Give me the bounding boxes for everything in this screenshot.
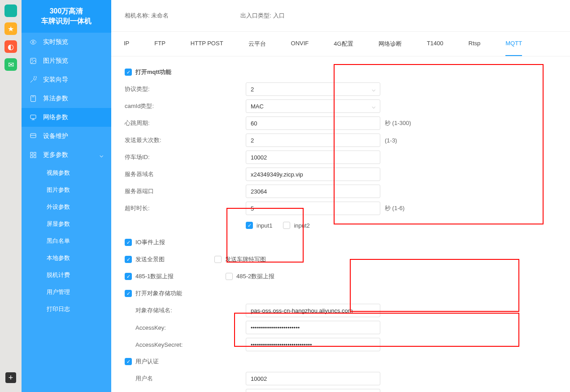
- aks-label: AccessKeySecret:: [125, 341, 246, 348]
- ak-label: AccessKey:: [125, 324, 246, 331]
- tab-云平台[interactable]: 云平台: [248, 32, 266, 56]
- nav-item-wrench[interactable]: 安装向导: [22, 70, 111, 89]
- sub-nav-item[interactable]: 图片参数: [22, 181, 111, 198]
- tab-http post[interactable]: HTTP POST: [191, 32, 223, 56]
- sidebar-title: 300万高清 车牌识别一体机: [22, 0, 111, 33]
- camid-label: camId类型:: [125, 102, 246, 110]
- nav-item-eye[interactable]: 实时预览: [22, 33, 111, 52]
- camera-name: 相机名称: 未命名: [125, 12, 169, 20]
- timeout-input[interactable]: [246, 202, 380, 215]
- tab-bar: IPFTPHTTP POST云平台ONVIF4G配置网络诊断T1400RtspM…: [111, 31, 570, 56]
- nav-label: 图片预览: [43, 57, 68, 65]
- sub-nav-item[interactable]: 脱机计费: [22, 267, 111, 284]
- io-report-checkbox[interactable]: IO事件上报: [125, 238, 165, 246]
- domain-input[interactable]: [246, 168, 380, 181]
- os-add-icon[interactable]: +: [5, 372, 16, 383]
- svg-rect-10: [30, 134, 36, 138]
- nav-label: 网络参数: [43, 113, 68, 121]
- os-icon-1[interactable]: [4, 4, 17, 17]
- svg-point-0: [32, 41, 34, 43]
- port-label: 服务器端口: [125, 187, 246, 195]
- svg-rect-14: [34, 155, 36, 158]
- nav-item-calc[interactable]: 算法参数: [22, 89, 111, 108]
- chevron-down-icon: ⌵: [372, 86, 375, 93]
- nav-label: 更多参数: [43, 151, 68, 159]
- svg-rect-15: [30, 155, 33, 158]
- auth-checkbox[interactable]: 用户认证: [125, 358, 159, 366]
- maxsend-label: 发送最大次数:: [125, 136, 246, 144]
- heartbeat-input[interactable]: [246, 116, 380, 130]
- sub-nav-item[interactable]: 外设参数: [22, 198, 111, 215]
- password-input[interactable]: [246, 389, 380, 392]
- maxsend-input[interactable]: [246, 134, 380, 147]
- sub-nav-item[interactable]: 打印日志: [22, 301, 111, 318]
- grid-icon: [30, 151, 37, 159]
- svg-rect-3: [31, 95, 36, 101]
- nav-item-image[interactable]: 图片预览: [22, 52, 111, 70]
- info-header: 相机名称: 未命名 出入口类型: 入口: [111, 0, 570, 31]
- rs485-1-checkbox[interactable]: 485-1数据上报: [125, 272, 226, 280]
- nav-label: 算法参数: [43, 95, 68, 103]
- obj-domain-label: 对象存储域名:: [125, 306, 246, 314]
- sub-nav-item[interactable]: 屏显参数: [22, 215, 111, 233]
- entry-type: 出入口类型: 入口: [240, 12, 284, 20]
- svg-rect-12: [30, 152, 33, 155]
- username-input[interactable]: [246, 372, 380, 385]
- parkid-label: 停车场ID:: [125, 153, 246, 161]
- os-icon-mail[interactable]: ✉: [4, 58, 17, 71]
- calc-icon: [30, 95, 37, 102]
- input1-checkbox[interactable]: input1: [246, 222, 272, 229]
- nav-label: 设备维护: [43, 132, 68, 140]
- obj-store-checkbox[interactable]: 打开对象存储功能: [125, 289, 182, 297]
- mqtt-form: 打开mqtt功能 协议类型: 2⌵ camId类型: MAC⌵ 心跳周期: 秒 …: [111, 56, 570, 392]
- protocol-select[interactable]: 2⌵: [246, 82, 380, 96]
- tab-ftp[interactable]: FTP: [154, 32, 165, 56]
- heartbeat-label: 心跳周期:: [125, 119, 246, 127]
- eye-icon: [30, 39, 37, 46]
- tab-onvif[interactable]: ONVIF: [291, 32, 309, 56]
- os-taskbar: ★ ◐ ✉ +: [0, 0, 22, 392]
- sidebar: 300万高清 车牌识别一体机 实时预览图片预览安装向导算法参数网络参数设备维护更…: [22, 0, 111, 392]
- wrench-icon: [30, 76, 37, 83]
- sub-nav-item[interactable]: 视频参数: [22, 164, 111, 181]
- nav-label: 实时预览: [43, 38, 68, 46]
- tab-网络诊断[interactable]: 网络诊断: [379, 32, 402, 56]
- domain-label: 服务器域名: [125, 170, 246, 178]
- svg-rect-13: [34, 152, 36, 155]
- ak-input[interactable]: [246, 321, 380, 334]
- heartbeat-hint: 秒 (1-300): [385, 119, 411, 127]
- main-panel: 相机名称: 未命名 出入口类型: 入口 IPFTPHTTP POST云平台ONV…: [111, 0, 570, 392]
- input2-checkbox[interactable]: input2: [283, 222, 309, 229]
- tab-rtsp[interactable]: Rtsp: [469, 32, 481, 56]
- nav-item-net[interactable]: 网络参数: [22, 108, 111, 127]
- nav-item-maint[interactable]: 设备维护: [22, 127, 111, 146]
- tab-4g配置[interactable]: 4G配置: [334, 32, 353, 56]
- enable-mqtt-checkbox[interactable]: 打开mqtt功能: [125, 68, 171, 76]
- obj-domain-input[interactable]: [246, 304, 380, 317]
- timeout-hint: 秒 (1-6): [385, 204, 405, 212]
- maint-icon: [30, 133, 37, 140]
- tab-t1400[interactable]: T1400: [427, 32, 444, 56]
- svg-rect-7: [30, 115, 36, 118]
- maxsend-hint: (1-3): [385, 137, 397, 144]
- image-icon: [30, 57, 37, 65]
- os-icon-star[interactable]: ★: [4, 22, 17, 35]
- tab-ip[interactable]: IP: [124, 32, 129, 56]
- tab-mqtt[interactable]: MQTT: [505, 32, 522, 56]
- port-input[interactable]: [246, 185, 380, 198]
- nav-item-grid[interactable]: 更多参数⌵: [22, 146, 111, 164]
- sub-nav-item[interactable]: 本地参数: [22, 250, 111, 267]
- sub-nav-item[interactable]: 黑白名单: [22, 233, 111, 250]
- chevron-down-icon: ⌵: [100, 151, 103, 159]
- timeout-label: 超时时长:: [125, 204, 246, 212]
- rs485-2-checkbox[interactable]: 485-2数据上报: [226, 272, 274, 280]
- parkid-input[interactable]: [246, 151, 380, 164]
- svg-point-2: [32, 59, 33, 60]
- camid-select[interactable]: MAC⌵: [246, 99, 380, 113]
- aks-input[interactable]: [246, 338, 380, 351]
- plate-close-checkbox[interactable]: 发送车牌特写图: [214, 255, 266, 263]
- nav-label: 安装向导: [43, 76, 68, 84]
- sub-nav-item[interactable]: 用户管理: [22, 284, 111, 301]
- os-icon-weibo[interactable]: ◐: [4, 40, 17, 53]
- panorama-checkbox[interactable]: 发送全景图: [125, 255, 214, 263]
